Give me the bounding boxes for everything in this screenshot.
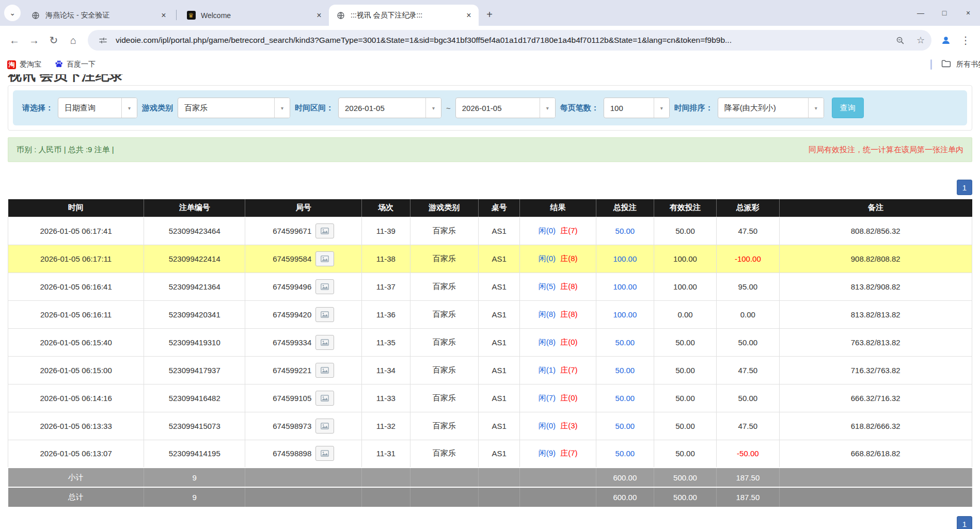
date-from-select[interactable]: 2026-01-05 ▾	[338, 98, 441, 118]
chevron-down-icon[interactable]: ▾	[808, 98, 824, 118]
home-button[interactable]: ⌂	[64, 31, 83, 50]
cell-total-bet[interactable]: 50.00	[596, 328, 654, 356]
bookmark-star-icon[interactable]: ☆	[913, 33, 928, 48]
zoom-icon[interactable]	[892, 33, 908, 48]
cell-total-bet[interactable]: 100.00	[596, 300, 654, 328]
taobao-icon: 淘	[7, 60, 16, 69]
chevron-down-icon[interactable]: ▾	[540, 98, 555, 118]
close-tab-icon[interactable]: ×	[464, 11, 473, 20]
cell-note: 813.82/908.82	[779, 272, 972, 300]
baidu-paw-icon	[55, 60, 63, 70]
cell-bet-id: 523099421364	[144, 272, 245, 300]
reload-button[interactable]: ↻	[44, 31, 63, 50]
minimize-button[interactable]: —	[909, 0, 932, 26]
cell-payout: -100.00	[717, 245, 779, 272]
date-to-select[interactable]: 2026-01-05 ▾	[455, 98, 556, 118]
cell-total-bet[interactable]: 100.00	[596, 245, 654, 272]
cell-session: 11-34	[362, 356, 410, 384]
cell-total-bet[interactable]: 100.00	[596, 272, 654, 300]
globe-icon	[31, 11, 40, 20]
result-banker: 庄(8)	[560, 282, 577, 291]
page-title: 视讯 会员下注纪录	[8, 74, 972, 82]
cell-total-bet[interactable]: 50.00	[596, 440, 654, 468]
url-bar[interactable]: videoie.com/ipl/portal.php/game/betrecor…	[88, 30, 931, 51]
maximize-button[interactable]: □	[932, 0, 956, 26]
replay-icon[interactable]	[315, 446, 334, 461]
game-type-select[interactable]: 百家乐 ▾	[178, 98, 290, 118]
summary-bar: 币别 : 人民币 | 总共 :9 注单 | 同局有效投注，统一计算在该局第一张注…	[8, 137, 972, 162]
cell-result: 闲(8) 庄(0)	[520, 328, 596, 356]
replay-icon[interactable]	[315, 223, 334, 238]
menu-icon[interactable]: ⋮	[956, 31, 975, 50]
cell-game-type: 百家乐	[410, 440, 479, 468]
cell-valid-bet: 0.00	[654, 300, 716, 328]
page-1-button[interactable]: 1	[957, 516, 972, 529]
tab-search-button[interactable]: ⌄	[4, 5, 21, 21]
result-player: 闲(7)	[539, 393, 556, 402]
cell-round: 674599420	[245, 300, 362, 328]
query-type-select[interactable]: 日期查询 ▾	[58, 98, 137, 118]
replay-icon[interactable]	[315, 363, 334, 378]
cell-bet-id: 523099423464	[144, 217, 245, 245]
cell-total-bet[interactable]: 50.00	[596, 217, 654, 245]
tab-haiyan[interactable]: 海燕论坛 - 安全验证 ×	[24, 5, 173, 26]
forward-button[interactable]: →	[25, 31, 43, 50]
total-total-bet: 600.00	[596, 487, 654, 507]
tab-title: :::视讯 会员下注纪录:::	[351, 11, 459, 20]
bookmark-baidu[interactable]: 百度一下	[55, 60, 96, 70]
round-number: 674599105	[273, 394, 311, 403]
round-number: 674599671	[273, 227, 311, 235]
replay-icon[interactable]	[315, 251, 334, 266]
table-body: 2026-01-05 06:17:41 523099423464 6745996…	[8, 217, 972, 468]
all-bookmarks[interactable]: 所有书签	[930, 55, 980, 74]
tab-welcome[interactable]: ♛ Welcome ×	[179, 5, 329, 26]
close-tab-icon[interactable]: ×	[159, 11, 168, 20]
result-banker: 庄(0)	[560, 393, 577, 402]
table-row: 2026-01-05 06:13:07 523099414195 6745988…	[8, 440, 972, 468]
replay-icon[interactable]	[315, 335, 334, 350]
subtotal-valid-bet: 500.00	[654, 468, 716, 487]
replay-icon[interactable]	[315, 419, 334, 434]
pagination-bottom: 1	[957, 516, 972, 529]
sort-order-select[interactable]: 降幂(由大到小) ▾	[718, 98, 824, 118]
cell-result: 闲(8) 庄(8)	[520, 300, 596, 328]
cell-game-type: 百家乐	[410, 300, 479, 328]
cell-payout: 47.50	[717, 356, 779, 384]
chevron-down-icon[interactable]: ▾	[274, 98, 290, 118]
replay-icon[interactable]	[315, 307, 334, 322]
url-text[interactable]: videoie.com/ipl/portal.php/game/betrecor…	[116, 36, 887, 45]
subtotal-count: 9	[144, 468, 245, 487]
tab-betrecord-active[interactable]: :::视讯 会员下注纪录::: ×	[329, 5, 479, 26]
replay-icon[interactable]	[315, 279, 334, 294]
close-tab-icon[interactable]: ×	[314, 11, 324, 20]
cell-total-bet[interactable]: 50.00	[596, 356, 654, 384]
site-settings-icon[interactable]	[95, 33, 110, 48]
cell-result: 闲(9) 庄(7)	[520, 440, 596, 468]
cell-payout: 47.50	[717, 412, 779, 440]
cell-session: 11-37	[362, 272, 410, 300]
replay-icon[interactable]	[315, 391, 334, 406]
column-header: 总派彩	[717, 199, 779, 217]
cell-game-type: 百家乐	[410, 356, 479, 384]
bookmark-taobao[interactable]: 淘 爱淘宝	[7, 60, 41, 69]
profile-avatar-icon[interactable]	[937, 31, 955, 50]
cell-table-no: AS1	[479, 412, 520, 440]
result-banker: 庄(0)	[560, 338, 577, 346]
cell-total-bet[interactable]: 50.00	[596, 384, 654, 412]
cell-round: 674599496	[245, 272, 362, 300]
chevron-down-icon[interactable]: ▾	[425, 98, 441, 118]
chevron-down-icon[interactable]: ▾	[654, 98, 669, 118]
page-1-button[interactable]: 1	[957, 180, 972, 195]
result-player: 闲(1)	[539, 365, 556, 374]
cell-session: 11-39	[362, 217, 410, 245]
search-button[interactable]: 查询	[832, 98, 864, 118]
close-window-button[interactable]: ×	[956, 0, 980, 26]
cell-total-bet[interactable]: 50.00	[596, 412, 654, 440]
cell-note: 618.82/666.32	[779, 412, 972, 440]
back-button[interactable]: ←	[5, 31, 24, 50]
cell-table-no: AS1	[479, 384, 520, 412]
new-tab-button[interactable]: +	[482, 7, 497, 22]
total-row: 总计 9 600.00 500.00 187.50	[8, 487, 972, 507]
page-size-select[interactable]: 100 ▾	[604, 98, 670, 118]
chevron-down-icon[interactable]: ▾	[121, 98, 137, 118]
